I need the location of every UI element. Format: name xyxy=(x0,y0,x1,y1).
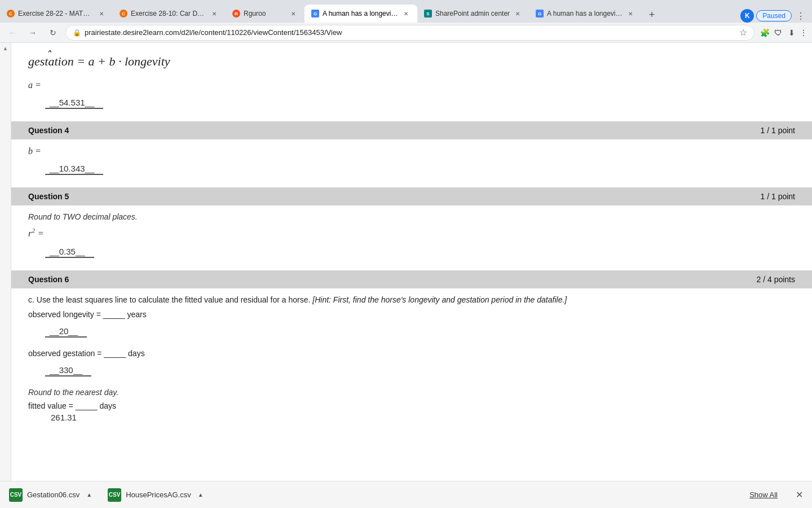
tab-1[interactable]: C Exercise 28-22 - MATH_115 ✕ xyxy=(0,5,113,23)
extensions-area: 🧩 🛡 xyxy=(759,27,784,38)
download-icon-1: CSV xyxy=(9,488,23,502)
tab-6-close[interactable]: ✕ xyxy=(626,9,635,18)
question-6-header: Question 6 2 / 4 points xyxy=(11,270,812,288)
profile-avatar[interactable]: K xyxy=(740,9,754,23)
formula-hat-text: ̂ gestation xyxy=(28,54,74,69)
tab-1-favicon: C xyxy=(7,10,15,17)
q6-fitted-value-label: fitted value = _____ days xyxy=(28,401,795,410)
question-4-header: Question 4 1 / 1 point xyxy=(11,121,812,139)
q4-label: b = xyxy=(28,146,795,156)
address-bar: ← → ↻ 🔒 prairiestate.desire2learn.com/d2… xyxy=(0,23,812,43)
tab-4-close[interactable]: ✕ xyxy=(401,9,411,18)
profile-area: K Paused ⋮ xyxy=(740,9,812,23)
browser-frame: C Exercise 28-22 - MATH_115 ✕ C Exercise… xyxy=(0,0,812,508)
q5-answer: __0.35__ xyxy=(45,246,94,258)
q5-points: 1 / 1 point xyxy=(761,192,796,201)
tab-bar: C Exercise 28-22 - MATH_115 ✕ C Exercise… xyxy=(0,0,812,23)
tab-6-favicon: G xyxy=(536,10,544,17)
download-item-1[interactable]: CSV Gestation06.csv ▲ xyxy=(9,488,94,502)
formula-display: ̂ gestation = a + b · longevity xyxy=(28,54,795,69)
q6-observed-longevity-label: observed longevity = _____ years xyxy=(28,310,795,319)
tab-3-label: Rguroo xyxy=(244,10,285,17)
download-icon[interactable]: ⬇ xyxy=(788,28,795,37)
paused-button[interactable]: Paused xyxy=(756,10,792,21)
tab-5-close[interactable]: ✕ xyxy=(513,9,522,18)
q5-label: r2 = xyxy=(28,227,795,239)
scroll-arrow-up[interactable]: ▲ xyxy=(3,45,8,51)
q6-points: 2 / 4 points xyxy=(757,275,796,284)
extension-icon-1[interactable]: 🧩 xyxy=(759,27,770,38)
download-bar: CSV Gestation06.csv ▲ CSV HousePricesAG.… xyxy=(0,481,812,508)
download-chevron-2[interactable]: ▲ xyxy=(196,491,206,499)
main-content: ̂ gestation = a + b · longevity a = __54… xyxy=(11,43,812,481)
q6-hint: [Hint: First, find the horse's longevity… xyxy=(312,295,567,304)
tab-4-favicon: G xyxy=(311,10,319,17)
back-button[interactable]: ← xyxy=(5,25,20,41)
question-5-header: Question 5 1 / 1 point xyxy=(11,187,812,205)
menu-button[interactable]: ⋮ xyxy=(794,11,807,21)
q6-title: Question 6 xyxy=(28,275,69,284)
q5-title: Question 5 xyxy=(28,192,69,201)
url-text: prairiestate.desire2learn.com/d2l/le/con… xyxy=(85,28,342,37)
close-download-bar[interactable]: ✕ xyxy=(796,489,803,500)
question-3-section: a = __54.531__ xyxy=(28,80,795,115)
q3-label: a = xyxy=(28,80,795,90)
tab-2-label: Exercise 28-10: Car Data R xyxy=(131,10,206,17)
bookmark-icon[interactable]: ☆ xyxy=(739,27,747,38)
download-icon-2: CSV xyxy=(108,488,121,502)
question-4-content: b = __10.343__ xyxy=(28,146,795,181)
refresh-button[interactable]: ↻ xyxy=(45,25,61,41)
q6-observed-longevity-answer: __20__ xyxy=(45,326,87,338)
q6-observed-gestation-answer: __330__ xyxy=(45,365,91,376)
question-5-content: Round to TWO decimal places. r2 = __0.35… xyxy=(28,212,795,264)
tab-4-label: A human has a longevity of xyxy=(323,10,398,17)
q4-answer: __10.343__ xyxy=(45,163,103,175)
tab-6[interactable]: G A human has a longevity of ✕ xyxy=(529,5,642,23)
tab-1-label: Exercise 28-22 - MATH_115 xyxy=(18,10,94,17)
tab-5-favicon: S xyxy=(424,10,432,17)
url-bar[interactable]: 🔒 prairiestate.desire2learn.com/d2l/le/c… xyxy=(65,25,754,41)
q4-title: Question 4 xyxy=(28,126,69,135)
q6-part-c: c. Use the least squares line to calcula… xyxy=(28,295,795,304)
tab-4[interactable]: G A human has a longevity of ✕ xyxy=(304,5,417,23)
tab-3-close[interactable]: ✕ xyxy=(289,9,298,18)
lock-icon: 🔒 xyxy=(73,29,81,37)
q4-points: 1 / 1 point xyxy=(761,126,796,135)
q6-fitted-value-answer: 261.31 xyxy=(51,413,795,422)
settings-icon[interactable]: ⋮ xyxy=(800,28,807,37)
tab-3[interactable]: R Rguroo ✕ xyxy=(226,5,304,23)
tab-2-close[interactable]: ✕ xyxy=(210,9,219,18)
q6-round-note: Round to the nearest day. xyxy=(28,388,423,397)
tab-2-favicon: C xyxy=(120,10,127,17)
download-filename-1: Gestation06.csv xyxy=(27,491,80,499)
forward-button[interactable]: → xyxy=(25,25,41,41)
question-6-content: c. Use the least squares line to calcula… xyxy=(28,295,795,422)
formula-equals: = xyxy=(77,54,88,68)
download-filename-2: HousePricesAG.csv xyxy=(126,491,191,499)
page-content: ▲ ̂ gestation = a + b · longevity a = __… xyxy=(0,43,812,481)
tab-1-close[interactable]: ✕ xyxy=(97,9,106,18)
formula-expression: a + b · longevity xyxy=(89,54,170,68)
extension-icon-2[interactable]: 🛡 xyxy=(773,27,784,38)
url-icons: ☆ xyxy=(739,27,747,38)
q3-answer: __54.531__ xyxy=(45,97,103,109)
tab-3-favicon: R xyxy=(232,10,240,17)
q6-observed-gestation-label: observed gestation = _____ days xyxy=(28,349,795,358)
sidebar-scroll: ▲ xyxy=(0,43,11,481)
download-item-2[interactable]: CSV HousePricesAG.csv ▲ xyxy=(108,488,206,502)
q5-instruction: Round to TWO decimal places. xyxy=(28,212,423,221)
tab-6-label: A human has a longevity of xyxy=(547,10,623,17)
new-tab-button[interactable]: + xyxy=(644,7,660,23)
download-chevron-1[interactable]: ▲ xyxy=(84,491,94,499)
tab-5[interactable]: S SharePoint admin center ✕ xyxy=(417,5,529,23)
show-all-button[interactable]: Show All xyxy=(749,491,778,499)
tab-5-label: SharePoint admin center xyxy=(435,10,510,17)
q6-part-c-main: c. Use the least squares line to calcula… xyxy=(28,295,310,304)
tab-2[interactable]: C Exercise 28-10: Car Data R ✕ xyxy=(113,5,226,23)
